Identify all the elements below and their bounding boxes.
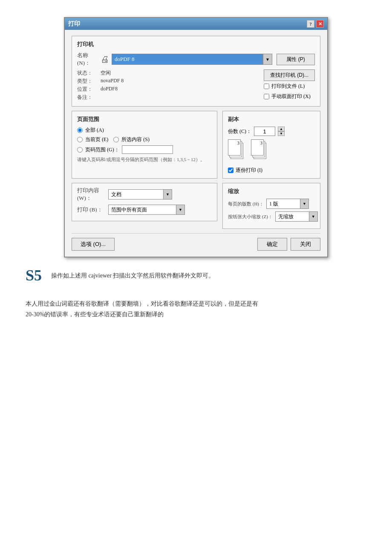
page-numbers-input[interactable] <box>122 145 173 154</box>
print-arrow[interactable]: ▼ <box>176 205 185 215</box>
status-value: 空闲 <box>101 69 111 77</box>
scale-section: 缩放 每页的版数 (H)： 1 版 ▼ 按纸张大小缩放 (Z)： 无缩放 <box>222 183 320 229</box>
pages-per-sheet-label: 每页的版数 (H)： <box>228 201 264 207</box>
pages-per-sheet-wrap: 1 版 ▼ <box>266 199 309 209</box>
properties-button[interactable]: 属性 (P) <box>277 54 315 65</box>
print-row: 打印 (B)： 范围中所有页面 ▼ <box>77 205 212 215</box>
titlebar-buttons: ? ✕ <box>307 20 324 28</box>
printer-name-select[interactable]: doPDF 8 <box>112 54 263 65</box>
type-key: 类型： <box>77 78 101 85</box>
dialog-titlebar: 打印 ? ✕ <box>65 18 327 30</box>
current-page-radio[interactable] <box>77 137 83 142</box>
s5-text: 操作如上述用 cajviewer 扫描出文字然后用软件翻译外文即可。 <box>51 268 214 280</box>
spinner-buttons: ▲ ▼ <box>278 127 285 136</box>
selection-label: 所选内容 (S) <box>121 136 150 143</box>
find-printer-button[interactable]: 查找打印机 (D)... <box>264 69 315 81</box>
collate-label: 逐份打印 (I) <box>236 167 262 174</box>
collate-preview-right: 1 2 3 <box>251 139 267 160</box>
location-key: 位置： <box>77 86 101 93</box>
page-range-hint: 请键入页码和/或用逗号分隔的页码范围（例如：1,3,5－12）。 <box>77 156 212 163</box>
spinner-up[interactable]: ▲ <box>278 127 285 131</box>
print-select[interactable]: 范围中所有页面 <box>108 205 176 215</box>
page-stack-right: 1 2 3 <box>251 139 267 160</box>
dialog-footer: 选项 (O)... 确定 关闭 <box>72 233 320 251</box>
copies-input[interactable] <box>254 127 275 136</box>
collate-preview-left: 1 2 3 <box>228 139 244 160</box>
printer-select-arrow[interactable]: ▼ <box>263 54 272 65</box>
ok-button[interactable]: 确定 <box>257 238 287 251</box>
collate-row: 逐份打印 (I) <box>228 167 315 174</box>
print-to-file-row: 打印到文件 (L) <box>264 83 315 90</box>
location-value: doPDF8 <box>101 86 118 93</box>
help-button[interactable]: ? <box>307 20 314 28</box>
all-radio[interactable] <box>77 127 83 133</box>
page-front-1: 3 <box>228 139 241 156</box>
page-front-2: 3 <box>251 139 264 156</box>
name-label: 名称(N)： <box>77 52 101 67</box>
middle-section: 页面范围 全部 (A) 当前页 (E) 所选内容 (S) <box>72 111 320 179</box>
type-value: novaPDF 8 <box>101 78 124 85</box>
scale-to-paper-label: 按纸张大小缩放 (Z)： <box>228 214 273 220</box>
page-range-label: 页面范围 <box>77 116 212 123</box>
current-page-row: 当前页 (E) <box>77 136 108 143</box>
print-content-box: 打印内容 (W)： 文档 ▼ 打印 (B)： 范围中所有页面 ▼ <box>72 183 217 221</box>
collate-checkbox[interactable] <box>228 168 233 173</box>
printer-section-label: 打印机 <box>77 40 315 48</box>
copies-count-row: 份数 (C)： ▲ ▼ <box>228 127 315 136</box>
page-numbers-radio[interactable] <box>77 147 83 153</box>
current-page-label: 当前页 (E) <box>85 136 108 143</box>
print-to-file-label: 打印到文件 (L) <box>271 83 305 90</box>
printer-icon: 🖨 <box>101 55 109 64</box>
print-what-select[interactable]: 文档 <box>108 189 164 199</box>
copies-box: 副本 份数 (C)： ▲ ▼ 1 <box>222 111 320 179</box>
scale-to-paper-row: 按纸张大小缩放 (Z)： 无缩放 ▼ <box>228 211 315 222</box>
dialog-title: 打印 <box>68 20 80 28</box>
scale-to-paper-select[interactable]: 无缩放 <box>275 211 309 222</box>
selection-row: 所选内容 (S) <box>113 136 150 143</box>
spinner-down[interactable]: ▼ <box>278 131 285 136</box>
footer-right: 确定 关闭 <box>257 238 320 251</box>
page-stack-left: 1 2 3 <box>228 139 244 160</box>
page-range-box: 页面范围 全部 (A) 当前页 (E) 所选内容 (S) <box>72 111 217 179</box>
printer-name-row: 名称(N)： 🖨 doPDF 8 ▼ 属性 (P) <box>77 52 315 67</box>
status-key: 状态： <box>77 69 101 77</box>
pages-per-sheet-arrow[interactable]: ▼ <box>300 199 309 209</box>
print-to-file-checkbox[interactable] <box>264 84 269 89</box>
body-paragraph: 本人用过金山词霸还有谷歌翻译（需要翻墙），对比看谷歌翻译还是可以的，但是还是有2… <box>26 298 366 320</box>
print-what-arrow[interactable]: ▼ <box>164 189 172 199</box>
close-window-button[interactable]: ✕ <box>316 20 324 28</box>
all-label: 全部 (A) <box>85 127 104 134</box>
copies-count-label: 份数 (C)： <box>228 128 251 135</box>
copies-label: 副本 <box>228 116 315 123</box>
pages-per-sheet-select[interactable]: 1 版 <box>266 199 300 209</box>
print-dialog: 打印 ? ✕ 打印机 名称(N)： 🖨 doPDF 8 ▼ <box>64 17 328 257</box>
printer-info: 状态： 空闲 类型： novaPDF 8 位置： doPDF8 备注： <box>77 69 260 102</box>
page-numbers-row: 页码范围 (G)： <box>77 145 212 154</box>
manual-duplex-label: 手动双面打印 (X) <box>271 93 311 100</box>
print-options-section: 打印内容 (W)： 文档 ▼ 打印 (B)： 范围中所有页面 ▼ <box>72 183 217 229</box>
options-button[interactable]: 选项 (O)... <box>72 238 115 251</box>
cancel-button[interactable]: 关闭 <box>291 238 320 251</box>
print-what-select-wrap: 文档 ▼ <box>108 189 172 199</box>
page-numbers-label: 页码范围 (G)： <box>85 146 119 153</box>
print-what-row: 打印内容 (W)： 文档 ▼ <box>77 187 212 202</box>
scale-to-paper-wrap: 无缩放 ▼ <box>275 211 318 222</box>
manual-duplex-row: 手动双面打印 (X) <box>264 93 315 100</box>
lower-section: 打印内容 (W)： 文档 ▼ 打印 (B)： 范围中所有页面 ▼ <box>72 183 320 229</box>
manual-duplex-checkbox[interactable] <box>264 94 269 99</box>
print-label: 打印 (B)： <box>77 206 105 214</box>
footer-left: 选项 (O)... <box>72 238 115 251</box>
printer-right-buttons: 属性 (P) <box>277 54 315 65</box>
print-select-wrap: 范围中所有页面 ▼ <box>108 205 185 215</box>
all-radio-row: 全部 (A) <box>77 127 212 134</box>
selection-radio[interactable] <box>113 137 119 142</box>
remarks-key: 备注： <box>77 94 101 101</box>
printer-section: 打印机 名称(N)： 🖨 doPDF 8 ▼ 属性 (P) <box>72 36 320 107</box>
scale-box: 缩放 每页的版数 (H)： 1 版 ▼ 按纸张大小缩放 (Z)： 无缩放 <box>222 183 320 229</box>
s5-section: S5 操作如上述用 cajviewer 扫描出文字然后用软件翻译外文即可。 <box>26 268 366 283</box>
scale-to-paper-arrow[interactable]: ▼ <box>309 211 318 222</box>
print-what-label: 打印内容 (W)： <box>77 187 105 202</box>
pages-per-sheet-row: 每页的版数 (H)： 1 版 ▼ <box>228 199 315 209</box>
zoom-label: 缩放 <box>228 188 315 195</box>
s5-label: S5 <box>26 268 47 283</box>
